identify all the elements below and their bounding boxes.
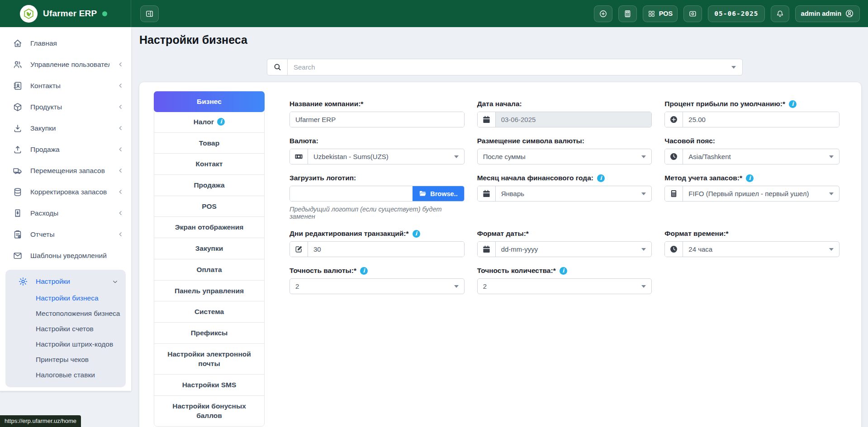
tab-business[interactable]: Бизнес bbox=[154, 91, 265, 112]
upload-logo-label: Загрузить логотип: bbox=[289, 174, 465, 183]
company-name-input[interactable] bbox=[289, 112, 465, 127]
notifications-button[interactable] bbox=[771, 5, 789, 22]
currency-symbol-placement-select[interactable]: После суммы bbox=[477, 149, 652, 164]
tab-contact[interactable]: Контакт bbox=[154, 154, 264, 175]
sidebar-item-stock-transfers[interactable]: Перемещения запасов bbox=[0, 160, 131, 181]
accounting-method-select[interactable]: FIFO (Первый пришел - первый ушел) bbox=[664, 186, 840, 202]
company-name-label: Название компании:* bbox=[289, 99, 465, 108]
date-format-select[interactable]: dd-mm-yyyy bbox=[477, 241, 652, 257]
tab-label: Префиксы bbox=[191, 328, 228, 338]
browse-button[interactable]: Browse.. bbox=[413, 186, 464, 201]
chevron-left-icon bbox=[117, 167, 124, 174]
tab-dashboard[interactable]: Панель управления bbox=[154, 281, 264, 302]
start-date-text[interactable] bbox=[496, 112, 652, 127]
clock-icon bbox=[665, 149, 683, 164]
sidebar-item-sales[interactable]: Продажа bbox=[0, 139, 131, 160]
sidebar-subitem-barcode-settings[interactable]: Настройки штрих-кодов bbox=[5, 337, 126, 352]
folder-icon bbox=[419, 190, 427, 197]
sidebar-item-products[interactable]: Продукты bbox=[0, 96, 131, 117]
sidebar-subitem-receipt-printers[interactable]: Принтеры чеков bbox=[5, 352, 126, 367]
sidebar-item-expenses[interactable]: Расходы bbox=[0, 202, 131, 224]
plus-circle-button[interactable] bbox=[594, 5, 612, 22]
fy-start-month-select[interactable]: Январь bbox=[477, 186, 652, 202]
tab-label: Оплата bbox=[196, 265, 222, 275]
sidebar-item-label: Настройки bbox=[36, 277, 104, 286]
start-date-label: Дата начала: bbox=[477, 99, 652, 108]
sidebar-subitem-business-settings[interactable]: Настройки бизнеса bbox=[5, 291, 126, 306]
app-logo[interactable] bbox=[20, 5, 38, 23]
tab-payment[interactable]: Оплата bbox=[154, 259, 264, 281]
field-currency-symbol-placement: Размещение символа валюты:После суммы bbox=[477, 136, 652, 164]
pluscirc-icon bbox=[665, 112, 683, 127]
cash-register-button[interactable] bbox=[683, 5, 702, 22]
clock-icon bbox=[665, 242, 683, 257]
page-title: Настройки бизнеса bbox=[139, 33, 247, 47]
collapse-sidebar-icon bbox=[145, 9, 154, 18]
field-accounting-method: Метод учета запасов:*iFIFO (Первый прише… bbox=[664, 174, 840, 202]
transaction-edit-days-text[interactable] bbox=[308, 242, 464, 257]
currency-precision-select[interactable]: 2 bbox=[289, 278, 465, 294]
currency-select[interactable]: Uzbekistan - Sums(UZS) bbox=[289, 149, 465, 164]
tab-product[interactable]: Товар bbox=[154, 133, 264, 154]
sidebar-subitem-invoice-settings[interactable]: Настройки счетов bbox=[5, 321, 126, 337]
home-icon bbox=[13, 38, 23, 48]
tab-tax[interactable]: Налогi bbox=[154, 112, 264, 133]
pos-button[interactable]: POS bbox=[643, 5, 678, 22]
date-button[interactable]: 05-06-2025 bbox=[708, 5, 764, 22]
calculator-button[interactable] bbox=[618, 5, 637, 22]
sidebar-item-label: Продажа bbox=[30, 145, 109, 154]
caret-down-icon bbox=[641, 285, 646, 288]
info-icon: i bbox=[746, 174, 754, 182]
time-format-select[interactable]: 24 часа bbox=[664, 241, 840, 257]
tab-reward-points[interactable]: Настройки бонусных баллов bbox=[154, 396, 264, 426]
chevron-down-icon bbox=[112, 278, 119, 285]
download-icon bbox=[13, 123, 23, 133]
sidebar-subitem-label: Настройки штрих-кодов bbox=[36, 340, 113, 348]
transaction-edit-days-input[interactable] bbox=[289, 241, 465, 257]
field-quantity-precision: Точность количества:*i2 bbox=[477, 266, 652, 294]
sidebar-item-contacts[interactable]: Контакты bbox=[0, 75, 131, 96]
upload-logo-file-input[interactable]: Browse.. bbox=[289, 186, 465, 202]
search-input[interactable] bbox=[288, 63, 731, 71]
default-profit-percent-text[interactable] bbox=[683, 112, 839, 127]
tab-system[interactable]: Система bbox=[154, 301, 264, 323]
sidebar-toggle-button[interactable] bbox=[140, 5, 159, 22]
sidebar-item-notification-templates[interactable]: Шаблоны уведомлений bbox=[0, 245, 131, 266]
sidebar-subitem-business-locations[interactable]: Местоположения бизнеса bbox=[5, 306, 126, 321]
time-zone-select[interactable]: Asia/Tashkent bbox=[664, 149, 840, 164]
tab-display-screen[interactable]: Экран отображения bbox=[154, 217, 264, 238]
truck-icon bbox=[13, 166, 23, 176]
tab-label: Настройки бонусных баллов bbox=[165, 401, 253, 421]
sidebar-item-label: Закупки bbox=[30, 124, 109, 132]
upload-icon bbox=[13, 145, 23, 155]
chevron-left-icon bbox=[117, 146, 124, 153]
sidebar-item-label: Контакты bbox=[30, 82, 109, 90]
sidebar-item-purchases[interactable]: Закупки bbox=[0, 117, 131, 139]
default-profit-percent-input[interactable] bbox=[664, 112, 840, 127]
sidebar-item-settings[interactable]: Настройки bbox=[5, 272, 126, 291]
tab-purchases[interactable]: Закупки bbox=[154, 238, 264, 259]
topbar-actions: POS 05-06-2025 admin admin bbox=[131, 0, 868, 27]
tab-label: POS bbox=[202, 202, 217, 211]
brand-name: Ufarmer ERP bbox=[43, 9, 97, 19]
sidebar-item-home[interactable]: Главная bbox=[0, 33, 131, 54]
company-name-text[interactable] bbox=[290, 112, 464, 127]
sidebar-settings-group: НастройкиНастройки бизнесаМестоположения… bbox=[5, 270, 126, 387]
tab-prefixes[interactable]: Префиксы bbox=[154, 323, 264, 344]
sidebar-item-user-management[interactable]: Управление пользователями bbox=[0, 54, 131, 75]
tab-sale[interactable]: Продажа bbox=[154, 175, 264, 196]
user-menu-button[interactable]: admin admin bbox=[795, 5, 860, 22]
tab-email-settings[interactable]: Настройки электронной почты bbox=[154, 344, 264, 375]
tab-pos[interactable]: POS bbox=[154, 196, 264, 217]
tab-label: Закупки bbox=[195, 244, 223, 253]
sidebar-subitem-tax-rates[interactable]: Налоговые ставки bbox=[5, 367, 126, 383]
field-upload-logo: Загрузить логотип:Browse..Предыдущий лог… bbox=[289, 174, 465, 220]
start-date-input[interactable] bbox=[477, 112, 652, 127]
sidebar-item-stock-adjustments[interactable]: Корректировка запасов bbox=[0, 181, 131, 202]
tab-sms-settings[interactable]: Настройки SMS bbox=[154, 375, 264, 396]
sidebar-item-reports[interactable]: Отчеты bbox=[0, 224, 131, 245]
database-icon bbox=[13, 187, 23, 197]
quantity-precision-select[interactable]: 2 bbox=[477, 278, 652, 294]
brand: Ufarmer ERP bbox=[0, 0, 131, 27]
field-time-zone: Часовой пояс:Asia/Tashkent bbox=[664, 136, 840, 164]
